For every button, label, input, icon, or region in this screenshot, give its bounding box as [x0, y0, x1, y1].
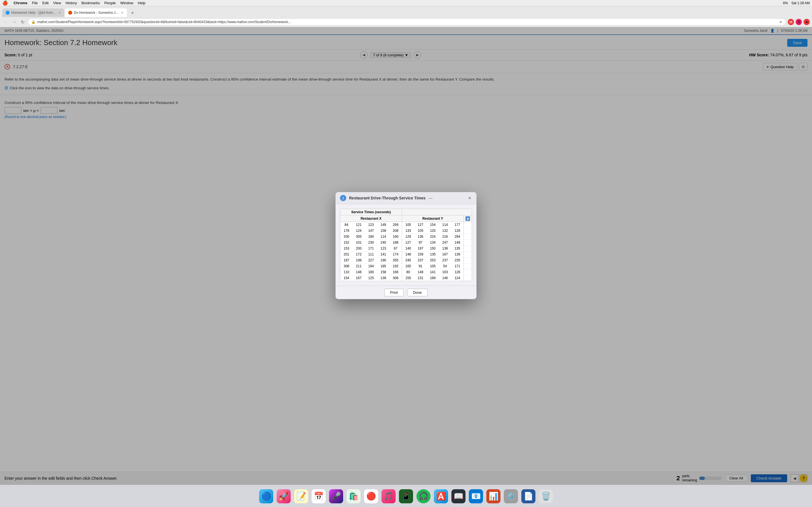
table-cell: 135 — [426, 251, 439, 258]
modal-close-button[interactable]: ✕ — [467, 196, 472, 200]
table-cell: 174 — [389, 251, 402, 258]
menubar-edit[interactable]: Edit — [42, 1, 49, 5]
tab-2-title: Do Homework - Sumeeha Jam... — [74, 11, 119, 15]
table-cell: 224 — [426, 234, 439, 240]
tab-1-favicon — [6, 11, 10, 15]
menubar-view[interactable]: View — [53, 1, 61, 5]
table-cell: 128 — [451, 228, 463, 234]
print-button[interactable]: Print — [384, 289, 404, 296]
table-row: 3082111941851921659110554171 — [340, 263, 472, 269]
table-cell: 172 — [353, 251, 365, 258]
tab-2-favicon — [68, 11, 72, 15]
modal-title: Restaurant Drive-Through Service Times — [349, 196, 425, 200]
table-cell: 189 — [426, 275, 439, 281]
table-cell: 247 — [439, 240, 451, 245]
table-cell: 269 — [389, 222, 402, 228]
dock-powerpoint[interactable]: 📊 — [486, 489, 501, 503]
tab-1[interactable]: Homework Help - Q&A from C... × — [2, 8, 64, 17]
table-row: 15210123024018812797134247148 — [340, 240, 472, 245]
time-display: Sat 1:28 AM — [792, 1, 810, 5]
url-bar[interactable]: 🔒 mathxl.com/Student/PlayerHomework.aspx… — [28, 18, 786, 25]
table-cell: 110 — [340, 269, 353, 275]
dock: 🔵 🚀 📝 📅 🎤 🛍️ 🔴 🎵 📱 🎧 🅰️ 📖 📧 📊 ⚙️ 📄 — [0, 485, 812, 507]
extension-icon-1[interactable]: 10 — [788, 19, 794, 25]
table-cell: 134 — [426, 240, 439, 245]
menubar-file[interactable]: File — [32, 1, 38, 5]
table-cell: 148 — [451, 240, 463, 245]
table-cell: 149 — [377, 222, 390, 228]
table-cell: 150 — [402, 275, 414, 281]
tab-2-close[interactable]: × — [121, 10, 123, 15]
table-row: 154167125139306150131189146124 — [340, 275, 472, 281]
table-cell: 146 — [439, 275, 451, 281]
dock-facetime[interactable]: 📱 — [398, 489, 414, 503]
service-times-table: Service Times (seconds) Restaurant X Res… — [340, 209, 472, 281]
dock-trash[interactable]: 🗑️ — [538, 489, 554, 503]
dock-calendar[interactable]: 📅 — [311, 489, 326, 503]
dock-word[interactable]: 📄 — [520, 489, 536, 503]
forward-button[interactable]: → — [11, 18, 17, 25]
table-cell: 178 — [340, 228, 353, 234]
table-cell: 305 — [353, 234, 365, 240]
table-spacer — [402, 209, 472, 216]
table-cell: 235 — [451, 258, 463, 263]
modal-info-icon: i — [340, 195, 346, 201]
table-cell: 123 — [365, 222, 377, 228]
dock-appstore[interactable]: 🅰️ — [433, 489, 449, 503]
table-cell: 253 — [426, 258, 439, 263]
menubar-bookmarks[interactable]: Bookmarks — [82, 1, 100, 5]
dock-launchpad[interactable]: 🚀 — [276, 489, 292, 503]
menubar-window[interactable]: Window — [120, 1, 133, 5]
reload-button[interactable]: ↻ — [19, 18, 26, 25]
expand-icon[interactable]: ⊞ — [465, 216, 470, 221]
profile-icon[interactable]: S — [796, 19, 802, 25]
apple-menu[interactable]: 🍎 — [2, 0, 8, 6]
table-cell: 187 — [340, 258, 353, 263]
table-cell: 190 — [377, 258, 390, 263]
extension-icon-2[interactable]: ● — [804, 19, 810, 25]
table-cell: 80 — [402, 269, 414, 275]
modal-overlay: i Restaurant Drive-Through Service Times… — [0, 6, 812, 485]
dock-settings[interactable]: ⚙️ — [503, 489, 519, 503]
dock-siri[interactable]: 🎤 — [328, 489, 344, 503]
dock-notes[interactable]: 📝 — [293, 489, 309, 503]
table-cell: 124 — [353, 228, 365, 234]
table-row: 84121123149269105127154114177 — [340, 222, 472, 228]
dock-appstore2[interactable]: 🛍️ — [346, 489, 361, 503]
table-cell: 127 — [414, 222, 427, 228]
modal-body: Service Times (seconds) Restaurant X Res… — [336, 204, 476, 286]
dock-spotify[interactable]: 🎧 — [416, 489, 432, 503]
table-cell: 154 — [340, 275, 353, 281]
table-cell: 177 — [451, 222, 463, 228]
dock-finder[interactable]: 🔵 — [258, 489, 274, 503]
table-cell: 240 — [377, 240, 390, 245]
table-cell: 121 — [353, 222, 365, 228]
table-row: 178124147158208133105120132128 — [340, 228, 472, 234]
table-cell: 153 — [340, 245, 353, 251]
tab-1-close[interactable]: × — [59, 10, 61, 15]
menubar-history[interactable]: History — [65, 1, 77, 5]
dock-outlook[interactable]: 📧 — [468, 489, 484, 503]
modal-minimize-button[interactable]: — — [428, 196, 433, 200]
done-button[interactable]: Done — [407, 289, 428, 296]
menubar-people[interactable]: People — [104, 1, 116, 5]
menubar-help[interactable]: Help — [138, 1, 146, 5]
dock-reading[interactable]: 📖 — [451, 489, 466, 503]
table-cell: 208 — [389, 228, 402, 234]
table-cell: 198 — [353, 258, 365, 263]
table-cell: 216 — [439, 234, 451, 240]
back-button[interactable]: ← — [2, 18, 9, 25]
dock-itunes[interactable]: 🎵 — [380, 489, 396, 503]
menubar: 🍎 Chrome File Edit View History Bookmark… — [0, 0, 812, 6]
new-tab-button[interactable]: + — [129, 9, 137, 17]
table-cell: 120 — [426, 228, 439, 234]
data-modal: i Restaurant Drive-Through Service Times… — [336, 192, 476, 299]
table-cell: 211 — [353, 263, 365, 269]
dock-chrome[interactable]: 🔴 — [363, 489, 379, 503]
tab-2[interactable]: Do Homework - Sumeeha Jam... × — [65, 8, 127, 17]
table-cell: 166 — [389, 269, 402, 275]
table-cell: 308 — [340, 263, 353, 269]
table-cell: 105 — [414, 228, 427, 234]
menubar-chrome[interactable]: Chrome — [13, 1, 28, 5]
table-cell: 140 — [402, 245, 414, 251]
